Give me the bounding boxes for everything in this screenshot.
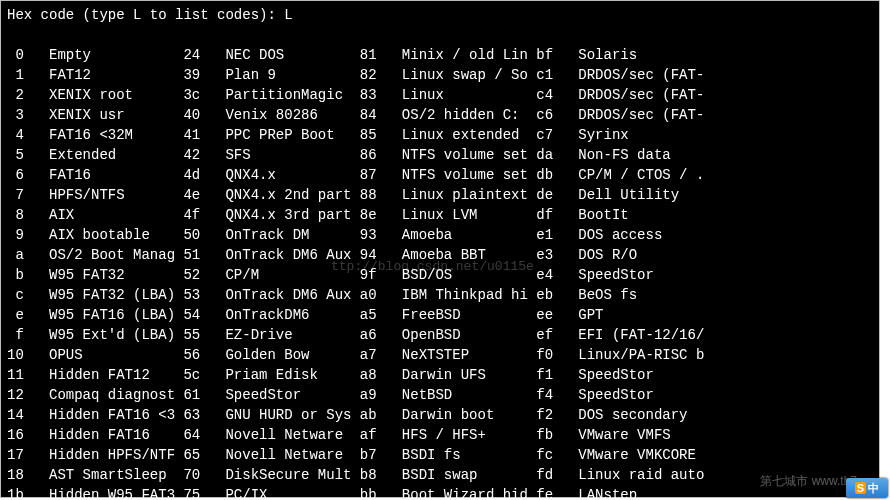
site-logo-icon: S中 (846, 478, 888, 498)
terminal-output: Hex code (type L to list codes): L 0 Emp… (7, 5, 873, 500)
terminal-window: Hex code (type L to list codes): L 0 Emp… (0, 0, 880, 498)
